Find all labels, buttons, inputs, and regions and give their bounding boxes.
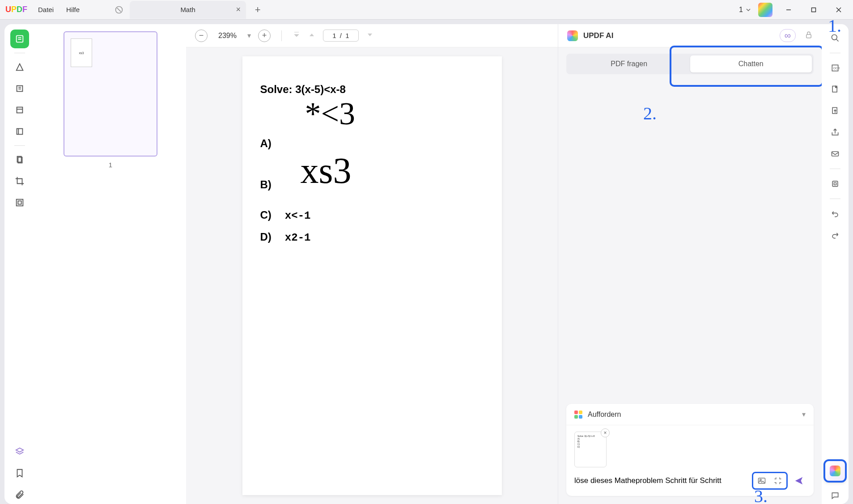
prev-page-button[interactable]	[308, 31, 316, 41]
layers-tool[interactable]	[10, 442, 29, 461]
updf-ai-logo-icon	[567, 30, 578, 41]
tab-pdf-fragen[interactable]: PDF fragen	[568, 55, 690, 72]
svg-rect-18	[17, 199, 23, 206]
zoom-dropdown[interactable]: ▾	[247, 31, 251, 40]
pages-tool[interactable]	[10, 150, 29, 169]
svg-point-23	[832, 35, 837, 40]
redact-tool[interactable]	[10, 193, 29, 212]
redo-button[interactable]	[827, 227, 844, 244]
svg-rect-20	[806, 34, 811, 38]
svg-rect-29	[832, 152, 839, 156]
compress-button[interactable]	[827, 175, 844, 192]
tab-title: Math	[180, 6, 195, 13]
next-page-button[interactable]	[366, 31, 374, 41]
ai-header: UPDF AI ∞	[558, 24, 822, 47]
new-tab-button[interactable]: +	[250, 2, 266, 18]
pdf-option-d-label: D)	[260, 231, 272, 243]
remove-attachment-button[interactable]: ×	[601, 428, 610, 437]
crop-tool[interactable]	[10, 172, 29, 191]
chat-message-input[interactable]	[574, 476, 747, 485]
convert-button[interactable]	[827, 81, 844, 98]
thumbnail-mini: xs3	[71, 38, 92, 67]
ai-panel-title: UPDF AI	[583, 31, 613, 40]
open-docs-dropdown[interactable]: 1	[739, 6, 751, 14]
document-tab[interactable]: Math ×	[130, 1, 246, 19]
menu-file[interactable]: Datei	[38, 6, 54, 13]
maximize-button[interactable]	[805, 3, 823, 17]
chevron-down-icon: ▾	[802, 410, 806, 419]
zoom-in-button[interactable]: +	[258, 30, 271, 42]
email-button[interactable]	[827, 145, 844, 162]
share-button[interactable]	[827, 124, 844, 141]
tab-bar: Math × +	[110, 1, 266, 19]
tab-chatten[interactable]: Chatten	[690, 55, 812, 72]
pdf-option-b-label: B)	[260, 178, 484, 191]
search-button[interactable]	[827, 30, 844, 47]
edit-tool[interactable]	[10, 79, 29, 98]
open-docs-count: 1	[739, 6, 743, 14]
attachment-preview-text: Solve: 3(x-5)<x-8 A) B) C) D)	[577, 435, 594, 448]
thumbnail-page-number: 1	[109, 161, 112, 169]
left-toolbar	[4, 24, 35, 504]
prompt-label: Auffordern	[588, 411, 621, 419]
right-toolbar: OCR 1.	[822, 24, 849, 504]
comments-panel-button[interactable]	[827, 487, 844, 504]
comment-tool[interactable]	[10, 58, 29, 76]
ai-input-container: Auffordern ▾ Solve: 3(x-5)<x-8 A) B) C) …	[566, 404, 814, 496]
document-area: − 239% ▾ + Solve: 3(x-5)<x-8 *<3 A) xs3 …	[186, 24, 558, 504]
svg-rect-3	[812, 8, 816, 12]
form-tool[interactable]	[10, 122, 29, 141]
attachment-tool[interactable]	[10, 485, 29, 504]
pdf-question: Solve: 3(x-5)<x-8	[260, 83, 484, 96]
bookmark-tool[interactable]	[10, 464, 29, 483]
infinity-badge-icon[interactable]: ∞	[780, 29, 796, 42]
attached-image-thumbnail[interactable]: Solve: 3(x-5)<x-8 A) B) C) D) ×	[574, 432, 607, 467]
annotation-number-2: 2.	[643, 103, 657, 124]
close-window-button[interactable]	[830, 3, 848, 17]
ai-panel: UPDF AI ∞ PDF fragen Chatten 2. 3. Auffo…	[558, 24, 822, 504]
prompt-selector[interactable]: Auffordern ▾	[566, 404, 814, 425]
reader-tool[interactable]	[10, 30, 29, 48]
titlebar: UPDF Datei Hilfe Math × + 1	[0, 0, 853, 20]
document-toolbar: − 239% ▾ +	[186, 24, 558, 47]
prompt-grid-icon	[574, 411, 582, 419]
pdf-option-d-value: x2-1	[285, 232, 311, 244]
close-tab-icon[interactable]: ×	[236, 5, 241, 14]
page-thumbnail[interactable]: xs3	[64, 31, 157, 157]
pdf-option-c-label: C)	[260, 209, 272, 221]
document-scroll[interactable]: Solve: 3(x-5)<x-8 *<3 A) xs3 B) C)x<-1 D…	[186, 47, 558, 504]
export-button[interactable]	[827, 102, 844, 119]
svg-rect-14	[17, 129, 23, 135]
svg-rect-19	[18, 201, 21, 204]
page-number-input[interactable]	[323, 30, 359, 42]
app-logo: UPDF	[5, 5, 27, 14]
undo-button[interactable]	[827, 205, 844, 222]
minimize-button[interactable]	[780, 3, 798, 17]
svg-text:OCR: OCR	[833, 67, 840, 70]
account-icon[interactable]	[758, 3, 772, 17]
ai-assistant-button[interactable]	[823, 459, 847, 483]
annotation-box-3	[752, 472, 788, 490]
ocr-button[interactable]: OCR	[827, 59, 844, 76]
svg-rect-30	[832, 181, 838, 186]
thumbnail-panel: xs3 1	[35, 24, 186, 504]
zoom-out-button[interactable]: −	[195, 30, 208, 42]
svg-line-1	[117, 8, 121, 11]
ai-tabs: PDF fragen Chatten	[558, 47, 822, 74]
pdf-option-c-value: x<-1	[285, 210, 311, 222]
first-page-button[interactable]	[293, 31, 301, 41]
pdf-page: Solve: 3(x-5)<x-8 *<3 A) xs3 B) C)x<-1 D…	[242, 56, 502, 495]
send-button[interactable]	[792, 474, 806, 487]
ai-chat-body: 2. 3.	[558, 74, 822, 404]
screenshot-button[interactable]	[771, 474, 785, 487]
menu-help[interactable]: Hilfe	[66, 6, 80, 13]
lock-icon[interactable]	[805, 31, 813, 41]
zoom-level: 239%	[218, 32, 237, 40]
svg-rect-12	[17, 107, 23, 113]
pdf-option-a-label: A)	[260, 137, 484, 150]
image-upload-button[interactable]	[755, 474, 768, 487]
pdf-symbol-1: *<3	[305, 99, 484, 128]
organize-tool[interactable]	[10, 101, 29, 119]
svg-line-24	[836, 39, 839, 42]
home-tab-icon[interactable]	[110, 1, 128, 19]
